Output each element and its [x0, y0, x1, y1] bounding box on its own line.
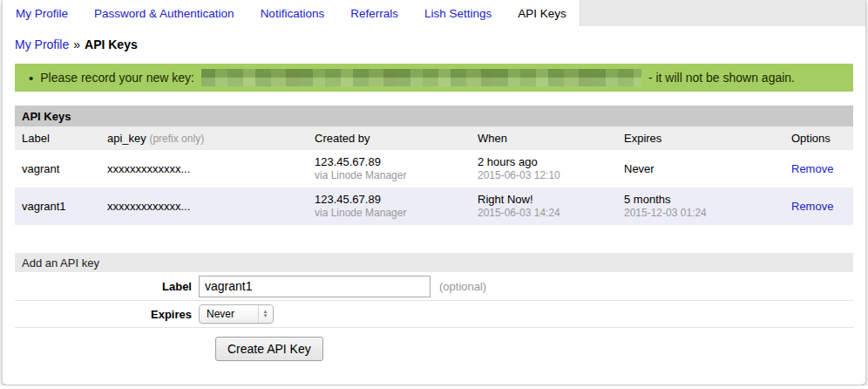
key-expires: 5 months 2015-12-03 01:24	[617, 188, 784, 225]
when-date: 2015-06-03 12:10	[478, 169, 610, 182]
when-date: 2015-06-03 14:24	[478, 207, 610, 220]
tab-referrals[interactable]: Referrals	[337, 0, 411, 26]
key-created-by: 123.45.67.89 via Linode Manager	[308, 188, 471, 225]
tab-bar-filler	[580, 0, 865, 26]
label-input[interactable]	[199, 276, 431, 297]
key-label: vagrant1	[15, 188, 100, 225]
created-via: via Linode Manager	[315, 207, 464, 220]
add-api-key-form: Label (optional) Expires Never ▲▼ Create…	[15, 272, 853, 361]
key-when: 2 hours ago 2015-06-03 12:10	[471, 150, 617, 188]
select-stepper-icon: ▲▼	[258, 305, 272, 323]
new-key-notice: • Please record your new key: - it will …	[15, 64, 853, 92]
expires-select[interactable]: Never ▲▼	[199, 304, 274, 324]
label-form-row: Label (optional)	[15, 272, 853, 300]
api-key-prefix-note: (prefix only)	[149, 133, 204, 145]
key-prefix: xxxxxxxxxxxxx...	[100, 188, 308, 225]
breadcrumb: My Profile»API Keys	[3, 26, 865, 60]
api-keys-section: API Keys Label api_key (prefix only) Cre…	[15, 106, 853, 225]
api-keys-section-title: API Keys	[15, 106, 853, 126]
redacted-api-key	[201, 69, 641, 86]
tab-my-profile[interactable]: My Profile	[3, 0, 81, 26]
breadcrumb-separator: »	[73, 38, 80, 51]
created-via: via Linode Manager	[315, 169, 464, 182]
expires-selected-value: Never	[207, 308, 258, 320]
tab-api-keys[interactable]: API Keys	[505, 0, 580, 26]
remove-key-link[interactable]: Remove	[791, 162, 833, 175]
notice-bullet: •	[29, 71, 33, 85]
col-header-expires: Expires	[617, 126, 784, 150]
expires-date: 2015-12-03 01:24	[624, 207, 777, 220]
table-row: vagrant1 xxxxxxxxxxxxx... 123.45.67.89 v…	[15, 188, 853, 225]
col-header-created-by: Created by	[308, 126, 471, 150]
col-header-label: Label	[15, 126, 100, 150]
submit-row: Create API Key	[215, 337, 853, 361]
profile-tab-bar: My Profile Password & Authentication Not…	[3, 0, 865, 26]
expires-field-label: Expires	[15, 308, 199, 321]
tab-lish-settings[interactable]: Lish Settings	[411, 0, 505, 26]
key-created-by: 123.45.67.89 via Linode Manager	[308, 150, 471, 188]
notice-text-prefix: Please record your new key:	[40, 71, 194, 85]
breadcrumb-my-profile-link[interactable]: My Profile	[15, 38, 69, 51]
label-optional-note: (optional)	[439, 280, 486, 293]
notice-text-suffix: - it will not be shown again.	[648, 71, 795, 85]
label-field-label: Label	[15, 280, 199, 293]
col-header-api-key: api_key (prefix only)	[100, 126, 308, 150]
api-keys-table: Label api_key (prefix only) Created by W…	[15, 126, 853, 225]
key-label: vagrant	[15, 150, 100, 188]
tab-notifications[interactable]: Notifications	[248, 0, 338, 26]
expires-form-row: Expires Never ▲▼	[15, 300, 853, 328]
breadcrumb-current: API Keys	[85, 38, 138, 51]
table-row: vagrant xxxxxxxxxxxxx... 123.45.67.89 vi…	[15, 150, 853, 188]
key-prefix: xxxxxxxxxxxxx...	[100, 150, 308, 188]
key-expires: Never	[617, 150, 784, 188]
col-header-options: Options	[784, 126, 853, 150]
create-api-key-button[interactable]: Create API Key	[215, 337, 323, 361]
tab-password-authentication[interactable]: Password & Authentication	[81, 0, 248, 26]
profile-api-keys-page: My Profile Password & Authentication Not…	[2, 0, 866, 386]
table-header-row: Label api_key (prefix only) Created by W…	[15, 126, 853, 150]
add-api-key-section-title: Add an API key	[15, 253, 853, 272]
col-header-when: When	[471, 126, 617, 150]
key-when: Right Now! 2015-06-03 14:24	[471, 188, 617, 225]
remove-key-link[interactable]: Remove	[791, 200, 833, 213]
